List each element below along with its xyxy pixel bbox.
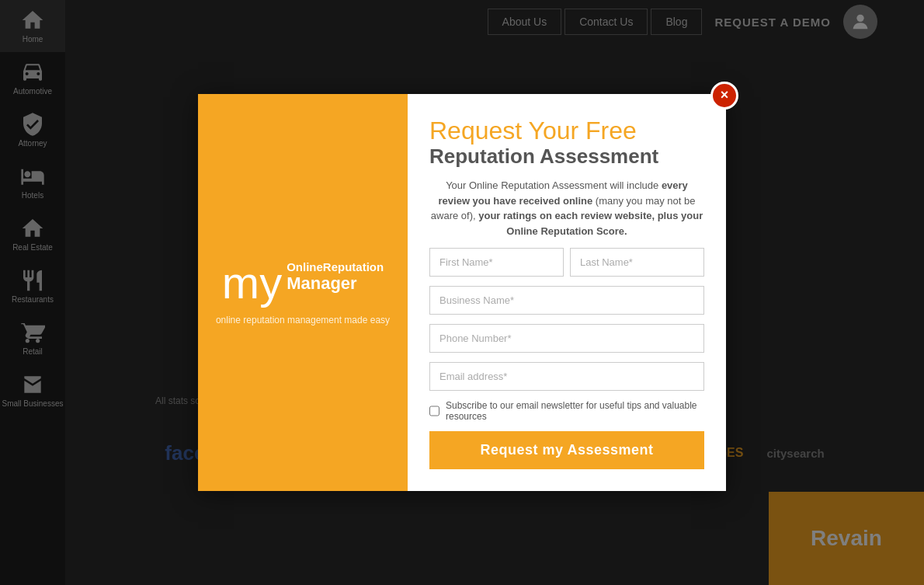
modal-title-line2: Reputation Assessment xyxy=(429,145,704,169)
modal-logo-manager: Manager xyxy=(287,274,384,293)
email-input[interactable] xyxy=(429,362,704,391)
name-row xyxy=(429,248,704,277)
modal-close-button[interactable]: × xyxy=(710,82,738,110)
first-name-input[interactable] xyxy=(429,248,564,277)
modal-logo-tagline: online reputation management made easy xyxy=(216,315,390,326)
submit-button[interactable]: Request my Assessment xyxy=(429,431,704,469)
modal-left-panel: my OnlineReputation Manager online reput… xyxy=(198,94,408,491)
phone-input[interactable] xyxy=(429,324,704,353)
modal-logo-text: OnlineReputation Manager xyxy=(287,260,384,293)
last-name-input[interactable] xyxy=(570,248,704,277)
assessment-modal: × my OnlineReputation Manager online rep… xyxy=(198,94,726,491)
subscribe-row: Subscribe to our email newsletter for us… xyxy=(429,400,704,422)
modal-logo-online-reputation: OnlineReputation xyxy=(287,260,384,274)
modal-right-panel: Request Your Free Reputation Assessment … xyxy=(408,94,726,491)
subscribe-checkbox[interactable] xyxy=(429,406,439,416)
business-name-input[interactable] xyxy=(429,286,704,315)
modal-title-line1: Request Your Free xyxy=(429,117,704,145)
modal-backdrop: × my OnlineReputation Manager online rep… xyxy=(0,0,924,585)
modal-description: Your Online Reputation Assessment will i… xyxy=(429,178,704,239)
modal-title-area: Request Your Free Reputation Assessment xyxy=(429,117,704,169)
modal-logo-my: my xyxy=(222,260,282,305)
modal-logo-container: my OnlineReputation Manager xyxy=(222,260,384,305)
subscribe-label: Subscribe to our email newsletter for us… xyxy=(446,400,704,422)
